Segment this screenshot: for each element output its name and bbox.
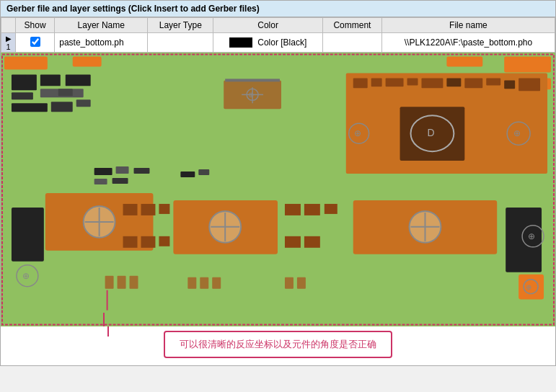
svg-rect-14 — [76, 99, 91, 107]
row-number: ▶ 1 — [1, 33, 16, 53]
svg-rect-8 — [66, 74, 91, 86]
svg-rect-74 — [94, 168, 112, 175]
svg-rect-60 — [285, 236, 301, 248]
main-window: Gerber file and layer settings (Click In… — [0, 0, 556, 366]
svg-rect-10 — [12, 92, 33, 99]
show-checkbox[interactable] — [30, 37, 40, 47]
svg-rect-81 — [105, 276, 114, 289]
row-layer-type — [148, 33, 213, 53]
svg-text:⊕: ⊕ — [528, 231, 535, 241]
row-comment — [322, 33, 381, 53]
svg-text:⊕: ⊕ — [354, 128, 361, 138]
svg-text:⊕: ⊕ — [513, 128, 521, 138]
svg-rect-6 — [12, 74, 37, 90]
svg-rect-79 — [94, 179, 107, 184]
col-layer-name: Layer Name — [55, 18, 148, 33]
row-show[interactable] — [16, 33, 55, 53]
svg-rect-12 — [12, 103, 48, 112]
col-color: Color — [213, 18, 323, 33]
svg-rect-76 — [134, 168, 150, 174]
svg-rect-26 — [421, 78, 443, 88]
svg-rect-54 — [123, 204, 138, 215]
svg-rect-58 — [304, 204, 320, 215]
col-layer-type: Layer Type — [148, 18, 213, 33]
callout-section: 可以很清晰的反应坐标以及元件的角度是否正确 — [1, 326, 555, 365]
svg-rect-65 — [12, 208, 44, 262]
callout-text: 可以很清晰的反应坐标以及元件的角度是否正确 — [180, 339, 376, 349]
pcb-canvas: ⊕ D ⊕ ⊕ — [1, 53, 555, 326]
svg-rect-55 — [141, 204, 155, 215]
svg-rect-25 — [407, 78, 418, 85]
svg-rect-13 — [51, 102, 73, 112]
svg-rect-27 — [446, 78, 461, 86]
svg-rect-61 — [304, 236, 320, 248]
svg-rect-7 — [40, 74, 61, 86]
svg-rect-11 — [58, 89, 73, 96]
svg-rect-57 — [285, 204, 301, 215]
svg-text:D: D — [427, 127, 434, 138]
col-show: Show — [16, 18, 55, 33]
svg-rect-2 — [73, 56, 102, 66]
color-label: Color [Black] — [257, 37, 306, 48]
svg-rect-30 — [504, 80, 515, 89]
svg-rect-63 — [141, 236, 155, 248]
svg-rect-24 — [386, 78, 404, 86]
callout-box: 可以很清晰的反应坐标以及元件的角度是否正确 — [164, 331, 392, 358]
svg-rect-77 — [180, 172, 195, 177]
svg-rect-62 — [123, 236, 138, 248]
pcb-svg: ⊕ D ⊕ ⊕ — [1, 53, 555, 326]
svg-rect-22 — [353, 78, 368, 88]
row-layer-name: paste_bottom.ph — [55, 33, 148, 53]
svg-rect-85 — [200, 277, 208, 289]
svg-rect-59 — [325, 204, 337, 214]
svg-rect-56 — [159, 204, 169, 214]
svg-rect-68 — [506, 208, 542, 272]
layer-table: Show Layer Name Layer Type Color Comment… — [1, 17, 555, 53]
svg-text:⊕: ⊕ — [22, 271, 30, 281]
svg-text:⊕: ⊕ — [526, 283, 531, 291]
svg-rect-78 — [198, 169, 209, 175]
svg-rect-28 — [464, 78, 482, 88]
svg-rect-4 — [504, 56, 551, 72]
arrow-connector — [107, 326, 109, 337]
col-num — [1, 18, 16, 33]
svg-rect-84 — [187, 277, 196, 289]
panel-header: Gerber file and layer settings (Click In… — [1, 1, 555, 17]
row-filename: \\PLK1220A\F:\paste_bottom.pho — [381, 33, 555, 53]
svg-rect-75 — [116, 166, 129, 174]
svg-rect-31 — [519, 78, 540, 91]
arrow-shaft — [103, 313, 105, 326]
svg-rect-80 — [112, 178, 128, 184]
panel-title: Gerber file and layer settings (Click In… — [6, 4, 260, 14]
svg-rect-1 — [4, 56, 48, 69]
col-filename: File name — [381, 18, 555, 33]
svg-rect-64 — [159, 236, 169, 246]
row-color[interactable]: Color [Black] — [213, 33, 323, 53]
svg-text:⊕: ⊕ — [248, 91, 254, 99]
svg-rect-29 — [486, 78, 500, 85]
color-swatch — [229, 37, 252, 48]
svg-rect-86 — [212, 277, 221, 289]
svg-rect-16 — [225, 79, 280, 81]
col-comment: Comment — [322, 18, 381, 33]
svg-rect-23 — [371, 78, 382, 86]
svg-rect-87 — [285, 277, 294, 289]
svg-rect-83 — [130, 276, 138, 289]
svg-rect-82 — [118, 276, 126, 289]
svg-rect-3 — [446, 56, 482, 66]
svg-rect-88 — [297, 277, 306, 289]
table-row: ▶ 1 paste_bottom.ph Color [Black] \\PLK1… — [1, 33, 555, 53]
